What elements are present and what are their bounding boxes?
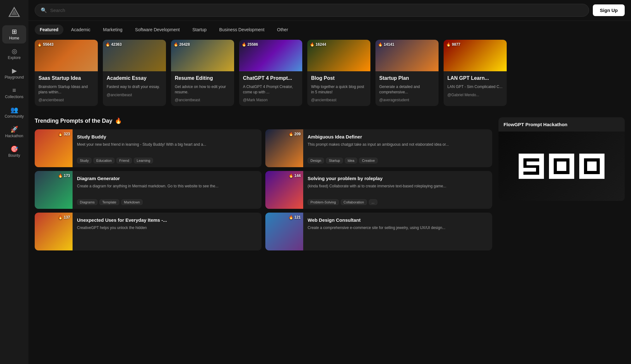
signup-button[interactable]: Sign Up <box>593 4 625 16</box>
featured-card[interactable]: 🔥 55643 Saas Startup Idea Brainstorm Sta… <box>35 40 98 106</box>
trending-card-image: 🔥 173 <box>35 171 73 209</box>
search-icon: 🔍 <box>41 7 47 13</box>
trending-fire-count: 🔥 209 <box>289 132 301 136</box>
tag[interactable]: Diagrams <box>77 199 97 205</box>
card-author: @ancientbeast <box>175 98 230 102</box>
main-content: 🔍 Sign Up Featured Academic Marketing So… <box>28 0 631 364</box>
tag[interactable]: ... <box>369 199 377 205</box>
tag[interactable]: Template <box>99 199 119 205</box>
trending-card[interactable]: 🔥 144 Solving your problem by roleplay (… <box>265 171 492 209</box>
trending-card[interactable]: 🔥 173 Diagram Generator Create a diagram… <box>35 171 262 209</box>
tag[interactable]: Markdown <box>121 199 143 205</box>
tag[interactable]: Creative <box>359 158 378 163</box>
card-fire-count: 🔥 16244 <box>310 42 326 47</box>
tag[interactable]: Startup <box>326 158 343 163</box>
search-input[interactable] <box>50 8 583 13</box>
trending-card-title: Unexpected Uses for Everyday Items -... <box>77 217 257 223</box>
trending-card-image: 🔥 144 <box>265 171 303 209</box>
sidebar-item-community[interactable]: 👥 Community <box>2 103 26 122</box>
card-description: Generate a detailed and comprehensive... <box>379 84 435 95</box>
card-author: @averagestudent <box>379 98 435 102</box>
card-title: Academic Essay <box>107 75 162 82</box>
tab-startup[interactable]: Startup <box>187 25 212 35</box>
card-body: ChatGPT 4 Prompt... A ChatGPT 4 Prompt C… <box>239 71 302 106</box>
trending-card-body: Solving your problem by roleplay (kinda … <box>303 171 492 209</box>
trending-card-title: Diagram Generator <box>77 175 257 182</box>
tab-software-development[interactable]: Software Development <box>130 25 185 35</box>
card-title: LAN GPT Learn... <box>447 75 503 82</box>
sidebar-item-explore[interactable]: ◎ Explore <box>2 45 26 63</box>
trending-fire-count: 🔥 323 <box>58 132 70 136</box>
trending-fire-count: 🔥 137 <box>58 215 70 220</box>
card-description: Brainstorm Startup Ideas and plans withi… <box>38 84 94 95</box>
trending-card-desc: This prompt makes chatgpt take as input … <box>308 142 488 156</box>
trending-card-title: Ambiguous Idea Definer <box>308 134 488 140</box>
trending-card-body: Diagram Generator Create a diagram for a… <box>73 171 262 209</box>
svg-rect-8 <box>557 161 566 171</box>
tab-marketing[interactable]: Marketing <box>98 25 127 35</box>
search-bar[interactable]: 🔍 <box>35 4 589 17</box>
tab-academic[interactable]: Academic <box>66 25 95 35</box>
featured-card[interactable]: 🔥 9877 LAN GPT Learn... LAN GPT - Sim Co… <box>444 40 507 106</box>
featured-card[interactable]: 🔥 42363 Academic Essay Fastest way to dr… <box>103 40 166 106</box>
featured-cards-row: 🔥 55643 Saas Startup Idea Brainstorm Sta… <box>35 40 625 109</box>
trending-card-image: 🔥 209 <box>265 129 303 167</box>
card-description: Whip together a quick blog post in 5 min… <box>311 84 367 95</box>
collections-icon: ≡ <box>12 87 16 93</box>
card-image: 🔥 42363 <box>103 40 166 71</box>
featured-card[interactable]: 🔥 14141 Startup Plan Generate a detailed… <box>375 40 439 106</box>
card-image: 🔥 16244 <box>307 40 370 71</box>
trending-card[interactable]: 🔥 323 Study Buddy Meet your new best fri… <box>35 129 262 167</box>
hackathon-icon: 🚀 <box>10 126 18 132</box>
tag[interactable]: Idea <box>345 158 357 163</box>
sidebar: ⊞ Home ◎ Explore ▶ Playground ≡ Collecti… <box>0 0 28 364</box>
tab-business-development[interactable]: Business Development <box>214 25 269 35</box>
tag[interactable]: Education <box>93 158 115 163</box>
trending-fire-count: 🔥 144 <box>289 173 301 178</box>
trending-card[interactable]: 🔥 121 Web Design Consultant Create a com… <box>265 213 492 250</box>
app-logo[interactable] <box>7 5 22 20</box>
sidebar-item-explore-label: Explore <box>8 56 21 60</box>
trending-card-desc: Create a diagram for anything in Mermaid… <box>77 184 257 198</box>
trending-card-desc: Meet your new best friend in learning - … <box>77 142 257 156</box>
featured-card[interactable]: 🔥 16244 Blog Post Whip together a quick … <box>307 40 370 106</box>
trending-card-body: Ambiguous Idea Definer This prompt makes… <box>303 129 492 167</box>
card-title: ChatGPT 4 Prompt... <box>243 75 298 82</box>
tag[interactable]: Design <box>308 158 324 163</box>
category-tabs: Featured Academic Marketing Software Dev… <box>28 21 631 35</box>
card-fire-count: 🔥 42363 <box>105 42 122 47</box>
sidebar-item-home[interactable]: ⊞ Home <box>2 25 26 44</box>
trending-fire-count: 🔥 173 <box>58 173 70 178</box>
trending-card-title: Web Design Consultant <box>308 217 488 223</box>
trending-card-image: 🔥 121 <box>265 213 303 250</box>
two-column-layout: Trending Prompts of the Day 🔥 🔥 323 Stud… <box>35 117 625 250</box>
trending-card-desc: Create a comprehensive e-commerce site f… <box>308 225 488 245</box>
sidebar-item-playground[interactable]: ▶ Playground <box>2 64 26 83</box>
tab-featured[interactable]: Featured <box>35 25 63 35</box>
tag[interactable]: Problem-Solving <box>308 199 339 205</box>
featured-card[interactable]: 🔥 26428 Resume Editing Get advice on how… <box>171 40 234 106</box>
tag[interactable]: Friend <box>116 158 132 163</box>
hackathon-title: FlowGPT Prompt Hackathon <box>498 117 625 132</box>
card-body: Startup Plan Generate a detailed and com… <box>375 71 439 106</box>
sidebar-item-community-label: Community <box>5 114 24 119</box>
sidebar-item-hackathon[interactable]: 🚀 Hackathon <box>2 123 26 141</box>
trending-card-tags: Problem-SolvingCollaboration... <box>308 199 488 205</box>
trending-card[interactable]: 🔥 137 Unexpected Uses for Everyday Items… <box>35 213 262 250</box>
trending-card[interactable]: 🔥 209 Ambiguous Idea Definer This prompt… <box>265 129 492 167</box>
card-author: @ancientbeast <box>311 98 367 102</box>
sidebar-item-collections[interactable]: ≡ Collections <box>2 84 26 102</box>
sidebar-item-bounty[interactable]: 🎯 Bounty <box>2 143 26 161</box>
card-title: Blog Post <box>311 75 367 82</box>
hackathon-card[interactable]: FlowGPT Prompt Hackathon <box>498 117 625 201</box>
featured-card[interactable]: 🔥 25586 ChatGPT 4 Prompt... A ChatGPT 4 … <box>239 40 302 106</box>
tag[interactable]: Study <box>77 158 91 163</box>
tag[interactable]: Learning <box>134 158 153 163</box>
card-body: Academic Essay Fastest way to draft your… <box>103 71 166 101</box>
card-fire-count: 🔥 55643 <box>37 42 54 47</box>
tab-other[interactable]: Other <box>272 25 293 35</box>
tag[interactable]: Collaboration <box>341 199 367 205</box>
card-fire-count: 🔥 14141 <box>378 42 394 47</box>
card-title: Resume Editing <box>175 75 230 82</box>
card-description: Fastest way to draft your essay. <box>107 84 162 90</box>
